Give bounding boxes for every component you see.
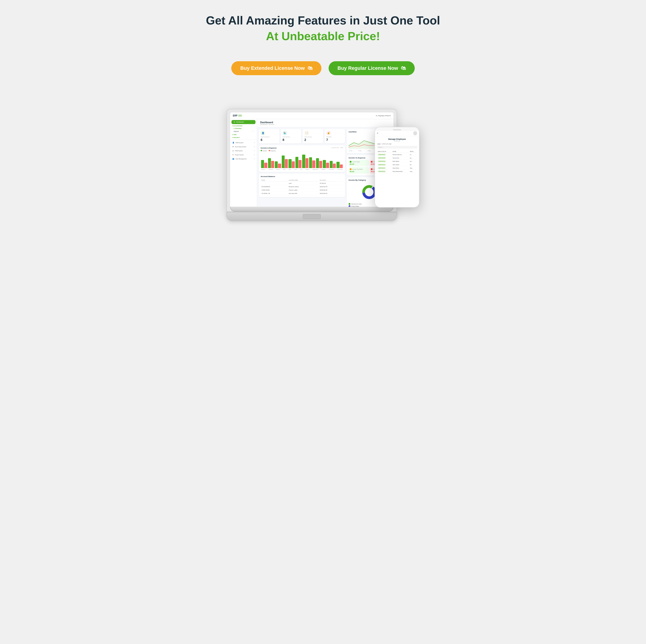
emp-id-badge: #EMP000008 [378, 157, 386, 159]
bar-expense [264, 163, 267, 168]
phone-employee-table: EMPLOYEE ID NAME EMAIL #EMP000001 Richar… [377, 150, 417, 173]
chevron-right-hrm: › [254, 142, 254, 144]
hrm-icon: 👤 [232, 142, 234, 144]
chart-legend: Income Expense [261, 150, 343, 152]
chevron-right-user: › [254, 158, 254, 160]
list-item: #EMP000009 Buffy Walter kar... [377, 160, 417, 163]
stat-invoices: 📄 Total Invoices 2 [303, 129, 323, 144]
month-aug: August [306, 169, 309, 170]
buy-regular-label: Buy Regular License Now [338, 65, 398, 71]
emp-name-cell: Sonya Sims [392, 157, 409, 160]
laptop-body: ERP GO Hi, Rajodiya Infotech! ⊞ Dashboar… [227, 109, 397, 212]
main-content: Dashboard Dashboard > Account 👤 [257, 119, 394, 207]
legend-maintanance: Maintanance Sales [351, 203, 362, 205]
month-feb: February [268, 169, 273, 170]
table-row: ROUNDBANK Benjamin Adams $109,524.00 [261, 185, 343, 188]
month-dec: December [338, 169, 343, 170]
emp-name-cell: Buffy Walter [392, 160, 409, 163]
bank-cell: US BANK, NA [261, 192, 288, 195]
bar-income [268, 158, 271, 168]
sidebar-reports[interactable]: Reports › [230, 130, 257, 133]
legend-product: Product Sales [351, 205, 359, 207]
sidebar-project-system[interactable]: ⊙ Project System › [230, 153, 257, 157]
chart-title: Income & Expense Current Year - 2022 [261, 147, 343, 149]
emp-id-cell: #EMP000010 [377, 163, 392, 166]
laptop-top-bar: ERP GO Hi, Rajodiya Infotech! [230, 112, 394, 119]
bar-expense [319, 161, 322, 168]
bar-income [261, 160, 264, 168]
sidebar-item-dashboard[interactable]: ⊞ Dashboard [231, 120, 255, 124]
bank-cell: COBIZ BANK [261, 188, 288, 192]
page-title: Dashboard [260, 121, 390, 124]
holder-cell: Chisom Latifat [288, 188, 319, 192]
emp-name-cell: Abel Calhan [392, 163, 409, 166]
bar-chart [261, 152, 343, 168]
sidebar-section-accounting: ▾ Accounting [230, 124, 257, 127]
emp-id-cell: #EMP000001 [377, 153, 392, 156]
emp-id-cell: #EMP000009 [377, 160, 392, 163]
trackpad [303, 214, 321, 219]
income-month-label: Income This Month [352, 169, 363, 170]
bar-group [261, 160, 267, 168]
month-nov: November [329, 169, 334, 170]
income-today-card: Income Today $0.00 [348, 160, 369, 166]
bar-expense [326, 163, 329, 168]
stat-bills: 💰 Total Bills 7 [325, 129, 345, 144]
invoices-value: 2 [304, 138, 321, 142]
list-item: #EMP000010 Abel Calhan lef... [377, 163, 417, 166]
sidebar-crm-system[interactable]: ◎ CRM System › [230, 149, 257, 153]
phone-search-box[interactable]: Search... [377, 146, 417, 149]
stats-row: 👤 Total Customers 6 🏪 [259, 129, 345, 144]
sidebar-user-management[interactable]: 👥 User Management › [230, 157, 257, 161]
laptop-base [230, 207, 394, 211]
col-holder: HOLDER NAME [288, 179, 319, 182]
balance-cell: $108,066.00 [319, 188, 343, 192]
bar-group [309, 157, 315, 168]
invoices-icon: 📄 [304, 131, 309, 135]
vendors-label: Total Vendors [283, 136, 300, 137]
bar-group [336, 162, 343, 168]
sidebar-accounting-system[interactable]: ⚙ Accounting System › [230, 145, 257, 149]
phone: ☰ Manage Employee Employee 10 ▾ entries … [374, 127, 419, 207]
bar-group [289, 159, 295, 168]
sidebar-hrm-system[interactable]: 👤 HRM System › [230, 141, 257, 145]
emp-email-cell: lef... [409, 163, 417, 166]
page-header: Dashboard Dashboard > Account [257, 119, 394, 127]
bar-group [323, 160, 329, 168]
sidebar: ⊞ Dashboard ▾ Accounting ● Overview Repo… [230, 119, 257, 207]
bar-expense [299, 160, 302, 168]
income-month-value: $0.00 [350, 171, 367, 173]
buy-extended-button[interactable]: Buy Extended License Now 🛍 [231, 61, 321, 75]
bar-income [309, 157, 312, 168]
bar-expense [306, 158, 308, 168]
bar-group [275, 161, 281, 168]
list-item: #EMP000001 Richard Atkinson ric... [377, 153, 417, 156]
col-email: EMAIL [409, 150, 417, 153]
emp-name-cell: Nana Blankenship [392, 170, 409, 173]
ie-title-label: Income & Expense [261, 147, 277, 149]
phone-avatar [413, 131, 417, 135]
breadcrumb: Dashboard > Account [260, 124, 390, 125]
balance-cell: $100,000.00 [319, 192, 343, 195]
income-today-label: Income Today [352, 161, 360, 163]
bar-expense [312, 161, 315, 168]
ie-year-label: Current Year - 2022 [331, 147, 343, 149]
ibc-label: Income By Category [348, 179, 366, 181]
laptop-keyboard [227, 212, 397, 221]
stat-customers: 👤 Total Customers 6 [259, 129, 280, 144]
entries-value: 10 ▾ [377, 143, 381, 145]
sidebar-overview[interactable]: ● Overview [230, 127, 257, 130]
customers-label: Total Customers [261, 136, 278, 137]
sidebar-dashboard-label: Dashboard [236, 121, 244, 123]
bar-group [316, 158, 322, 168]
bank-cell [261, 182, 288, 185]
buy-regular-button[interactable]: Buy Regular License Now 🛍 [329, 61, 415, 75]
col-name: NAME [392, 150, 409, 153]
customers-icon: 👤 [261, 131, 265, 135]
emp-id-badge: #EMP000012 [378, 171, 386, 172]
emp-id-cell: #EMP000012 [377, 170, 392, 173]
content-area: 👤 Total Customers 6 🏪 [257, 127, 394, 207]
phone-subtitle: Employee [377, 140, 417, 142]
bills-icon: 💰 [326, 131, 331, 135]
bar-expense [271, 161, 274, 168]
